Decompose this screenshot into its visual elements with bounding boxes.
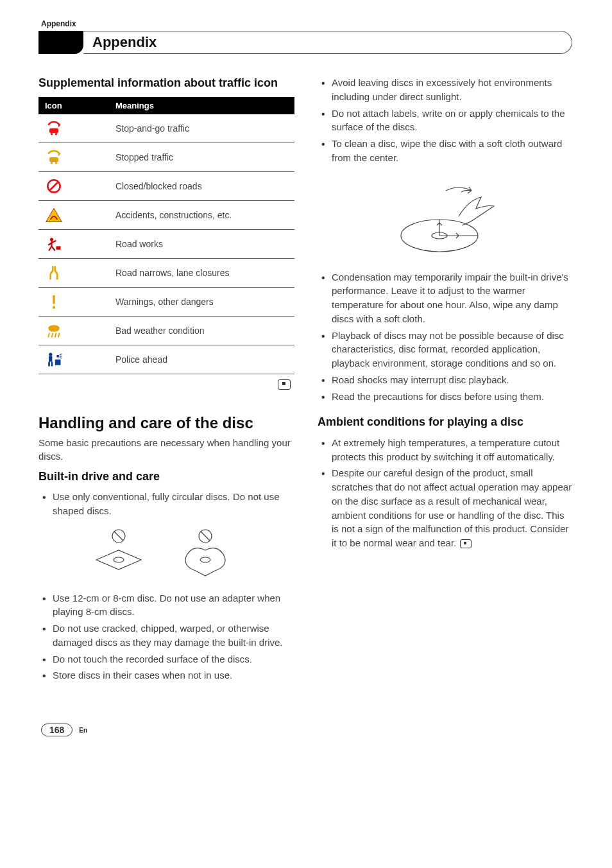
bullet-list: At extremely high temperatures, a temper…: [318, 436, 574, 550]
svg-line-19: [58, 333, 60, 337]
list-item: Despite our careful design of the produc…: [318, 466, 574, 550]
list-item: Condensation may temporarily impair the …: [318, 270, 574, 326]
svg-marker-10: [46, 208, 62, 221]
list-item: At extremely high temperatures, a temper…: [318, 436, 574, 464]
bullet-list: Use 12-cm or 8-cm disc. Do not use an ad…: [38, 591, 294, 683]
list-item: To clean a disc, wipe the disc with a so…: [318, 137, 574, 165]
svg-rect-23: [51, 361, 53, 366]
table-row: Road narrows, lane closures: [38, 258, 294, 287]
stop-and-go-traffic-icon: [45, 119, 63, 137]
list-item: Road shocks may interrupt disc playback.: [318, 373, 574, 387]
svg-point-3: [55, 133, 58, 135]
traffic-icon-cell: [38, 143, 109, 171]
svg-line-27: [114, 532, 123, 541]
table-cell-meaning: Road works: [109, 229, 294, 258]
traffic-icon-cell: [38, 229, 109, 258]
right-column: Avoid leaving discs in excessively hot e…: [318, 73, 574, 685]
list-item: Playback of discs may not be possible be…: [318, 329, 574, 370]
road-narrows-icon: [45, 264, 63, 282]
list-item: Avoid leaving discs in excessively hot e…: [318, 76, 574, 104]
svg-rect-22: [48, 361, 50, 366]
svg-rect-1: [49, 128, 58, 133]
section-tab: Appendix: [38, 31, 574, 54]
subheading-traffic-icons: Supplemental information about traffic i…: [38, 76, 294, 91]
list-item: Store discs in their cases when not in u…: [38, 668, 294, 682]
svg-line-30: [201, 532, 210, 541]
bullet-list: Condensation may temporarily impair the …: [318, 270, 574, 404]
bad-weather-icon: [45, 322, 63, 340]
table-cell-meaning: Closed/blocked roads: [109, 171, 294, 200]
svg-point-7: [55, 162, 58, 164]
table-cell-meaning: Road narrows, lane closures: [109, 258, 294, 287]
table-row: Road works: [38, 229, 294, 258]
accident-icon: [45, 206, 63, 224]
table-row: Bad weather condition: [38, 316, 294, 345]
heading-handling-care: Handling and care of the disc: [38, 414, 294, 432]
end-square-icon: [460, 539, 472, 548]
page: Appendix Appendix Supplemental informati…: [0, 0, 612, 762]
tab-title-wrap: Appendix: [83, 31, 572, 54]
svg-rect-21: [49, 356, 52, 361]
traffic-icon-table: Icon Meanings: [38, 97, 294, 374]
svg-point-11: [50, 238, 53, 241]
svg-rect-24: [55, 360, 61, 365]
svg-point-2: [51, 133, 53, 135]
shaped-disc-illustration: [38, 525, 294, 585]
table-row: Warnings, other dangers: [38, 287, 294, 316]
list-item: Do not touch the recorded surface of the…: [38, 652, 294, 666]
subheading-ambient-conditions: Ambient conditions for playing a disc: [318, 415, 574, 430]
traffic-icon-cell: [38, 200, 109, 229]
svg-marker-4: [58, 152, 61, 156]
road-works-icon: [45, 235, 63, 253]
table-cell-meaning: Police ahead: [109, 345, 294, 374]
svg-line-9: [49, 182, 58, 191]
breadcrumb: Appendix: [41, 19, 574, 28]
bullet-list: Avoid leaving discs in excessively hot e…: [318, 76, 574, 165]
table-cell-meaning: Stop-and-go traffic: [109, 114, 294, 143]
traffic-icon-cell: [38, 171, 109, 200]
table-cell-meaning: Warnings, other dangers: [109, 287, 294, 316]
traffic-icon-cell: [38, 316, 109, 345]
wipe-disc-illustration: [318, 171, 574, 264]
table-header-icon: Icon: [38, 97, 109, 114]
language-code: En: [79, 727, 87, 734]
svg-point-6: [51, 162, 53, 164]
stopped-traffic-icon: [45, 148, 63, 166]
end-square-icon: [278, 379, 291, 390]
svg-rect-12: [56, 246, 61, 249]
svg-line-17: [52, 333, 53, 337]
list-item: Use 12-cm or 8-cm disc. Do not use an ad…: [38, 591, 294, 620]
traffic-icon-cell: [38, 114, 109, 143]
page-number: 168: [41, 724, 72, 736]
section-end-mark: [38, 379, 291, 392]
svg-line-18: [55, 333, 56, 337]
table-cell-meaning: Bad weather condition: [109, 316, 294, 345]
traffic-icon-cell: [38, 345, 109, 374]
list-item: Use only conventional, fully circular di…: [38, 490, 294, 518]
traffic-icon-cell: [38, 287, 109, 316]
intro-paragraph: Some basic precautions are necessary whe…: [38, 436, 294, 463]
police-ahead-icon: [45, 351, 63, 369]
table-cell-meaning: Accidents, constructions, etc.: [109, 200, 294, 229]
list-item: Read the precautions for discs before us…: [318, 390, 574, 404]
table-row: Closed/blocked roads: [38, 171, 294, 200]
left-column: Supplemental information about traffic i…: [38, 73, 294, 685]
svg-point-15: [48, 325, 60, 332]
svg-point-14: [53, 306, 55, 308]
page-title: Appendix: [92, 34, 157, 51]
list-item-text: Despite our careful design of the produc…: [332, 467, 572, 548]
table-row: Stopped traffic: [38, 143, 294, 171]
list-item: Do not use cracked, chipped, warped, or …: [38, 621, 294, 650]
tab-indicator: [38, 31, 83, 54]
table-row: Police ahead: [38, 345, 294, 374]
closed-road-icon: [45, 177, 63, 195]
svg-rect-5: [49, 157, 58, 162]
svg-rect-13: [53, 295, 55, 304]
svg-point-20: [49, 352, 52, 356]
svg-line-16: [48, 333, 49, 337]
header-area: Appendix Appendix: [38, 19, 574, 54]
page-footer: 168 En: [38, 724, 574, 736]
traffic-icon-cell: [38, 258, 109, 287]
table-cell-meaning: Stopped traffic: [109, 143, 294, 171]
content-columns: Supplemental information about traffic i…: [38, 73, 574, 685]
